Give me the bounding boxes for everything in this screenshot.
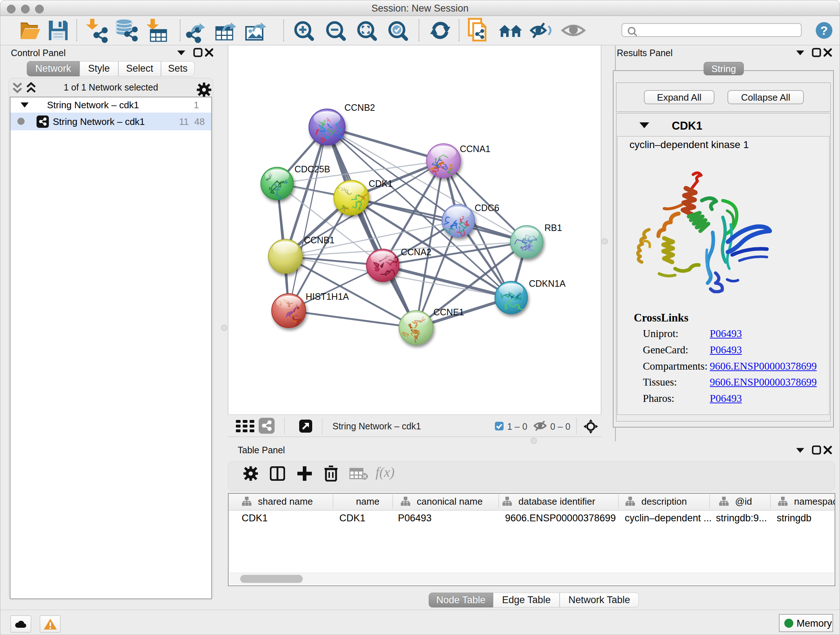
svg-text:CDC6: CDC6 [475, 203, 499, 213]
svg-text:HIST1H1A: HIST1H1A [306, 291, 349, 302]
svg-text:CCNB1: CCNB1 [304, 235, 335, 245]
svg-text:CDK1: CDK1 [369, 179, 393, 188]
svg-text:CDKN1A: CDKN1A [529, 279, 566, 288]
svg-text:CCNA1: CCNA1 [460, 144, 491, 154]
svg-text:CCNA2: CCNA2 [401, 247, 431, 257]
svg-text:CCNB2: CCNB2 [344, 103, 375, 112]
svg-text:CCNE1: CCNE1 [433, 307, 464, 317]
svg-text:CDC25B: CDC25B [294, 164, 330, 174]
svg-text:RB1: RB1 [545, 223, 562, 233]
